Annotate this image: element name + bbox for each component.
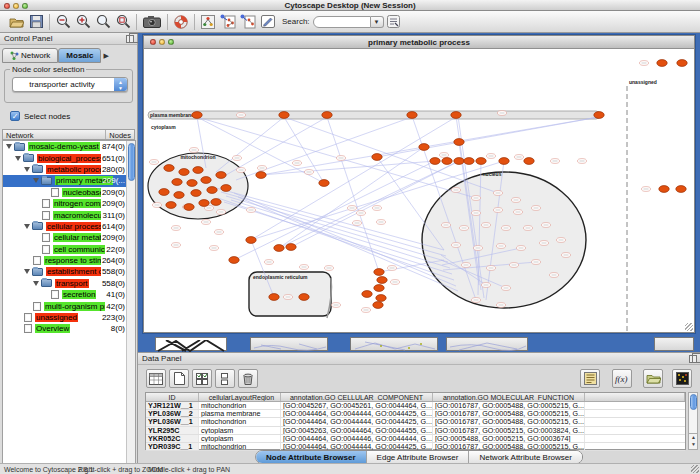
table-cell[interactable]: [GO:0044464, GO:0044444, GO:0044425, G..… <box>281 418 433 425</box>
graph-node-selected[interactable] <box>362 291 372 298</box>
zoom-in-icon[interactable] <box>73 13 93 31</box>
graph-node-selected[interactable] <box>464 158 474 165</box>
vizmapper-icon[interactable] <box>198 13 218 31</box>
graph-node-selected[interactable] <box>499 158 509 165</box>
tree-row[interactable]: secretion41(0) <box>3 289 127 300</box>
tree-row[interactable]: Overview8(0) <box>3 323 127 334</box>
table-cell[interactable]: [GO:0045267, GO:0045261, GO:0044464, G..… <box>281 402 433 409</box>
background-window[interactable] <box>654 337 694 351</box>
graph-node-selected[interactable] <box>442 158 452 165</box>
tree-row[interactable]: cell communicat22(0) <box>3 244 127 255</box>
attribute-table-icon[interactable] <box>146 369 166 388</box>
graph-node-selected[interactable] <box>256 172 266 179</box>
table-cell[interactable]: cytoplasm <box>199 427 281 434</box>
background-window[interactable] <box>155 337 227 351</box>
graph-node-selected[interactable] <box>184 204 194 211</box>
tree-row[interactable]: establishment of lo558(0) <box>3 266 127 277</box>
graph-node-selected[interactable] <box>319 180 329 187</box>
data-panel-float-icon[interactable] <box>689 355 697 363</box>
graph-node-selected[interactable] <box>657 60 667 67</box>
graph-edge[interactable] <box>284 117 324 183</box>
table-cell[interactable]: YPL036W__2 <box>146 410 199 417</box>
table-cell[interactable]: mitochondrion <box>199 402 281 409</box>
graph-node-selected[interactable] <box>166 202 176 209</box>
graph-node-selected[interactable] <box>476 158 486 165</box>
graph-node-selected[interactable] <box>374 285 384 292</box>
graph-node-selected[interactable] <box>192 112 202 119</box>
table-cell[interactable]: YJR121W__1 <box>146 402 199 409</box>
select-nodes-checkbox[interactable]: ✓ <box>10 111 20 121</box>
graph-node-selected[interactable] <box>279 112 289 119</box>
graph-node-selected[interactable] <box>594 112 604 119</box>
tree-row[interactable]: multi-organism pro42(0) <box>3 300 127 311</box>
table-cell[interactable]: [GO:0044464, GO:0044446, GO:0044444, G..… <box>281 435 433 442</box>
graph-edge[interactable] <box>231 200 450 268</box>
graph-node-selected[interactable] <box>269 294 279 301</box>
tab-edge-attribute-browser[interactable]: Edge Attribute Browser <box>367 451 470 463</box>
table-row[interactable]: YLR295Ccytoplasm[GO:0045263, GO:0044464,… <box>146 427 685 435</box>
tree-row[interactable]: unassigned223(0) <box>3 312 127 323</box>
expand-arrow-icon[interactable] <box>33 178 39 183</box>
graph-node-selected[interactable] <box>286 244 296 251</box>
table-cell[interactable]: cytoplasm <box>199 435 281 442</box>
graph-node-selected[interactable] <box>372 154 382 161</box>
tree-row[interactable]: biological_process651(0) <box>3 152 127 163</box>
column-header[interactable]: annotation.GO MOLECULAR_FUNCTION <box>433 393 585 401</box>
graph-node-selected[interactable] <box>677 60 687 67</box>
expand-arrow-icon[interactable] <box>15 156 21 161</box>
table-cell[interactable]: [GO:0044464, GO:0044444, GO:0044425, G..… <box>281 410 433 417</box>
expand-arrow-icon[interactable] <box>33 281 39 286</box>
background-window[interactable] <box>446 337 528 351</box>
snapshot-icon[interactable] <box>140 13 164 31</box>
search-options-icon[interactable] <box>384 13 404 31</box>
graph-node-selected[interactable] <box>199 200 209 207</box>
graph-node-selected[interactable] <box>419 144 429 151</box>
tab-network[interactable]: Network <box>2 48 58 63</box>
table-row[interactable]: YJR121W__1mitochondrion[GO:0045267, GO:0… <box>146 402 685 410</box>
zoom-out-icon[interactable] <box>53 13 73 31</box>
annotation-icon[interactable] <box>258 13 278 31</box>
column-header[interactable]: ID <box>146 393 199 401</box>
graph-node-selected[interactable] <box>216 172 226 179</box>
open-icon[interactable] <box>6 13 26 31</box>
graph-node-selected[interactable] <box>174 192 184 199</box>
network-window-title-bar[interactable]: primary metabolic process <box>144 36 694 49</box>
tab-network-attribute-browser[interactable]: Network Attribute Browser <box>469 451 581 463</box>
tree-row[interactable]: macromolecule311(0) <box>3 209 127 220</box>
graph-node-selected[interactable] <box>164 165 174 172</box>
table-cell[interactable]: [GO:0045263, GO:0044464, GO:0044455, G..… <box>281 427 433 434</box>
graph-node-selected[interactable] <box>179 169 189 176</box>
label-icon[interactable] <box>580 369 600 388</box>
tree-row[interactable]: nucleobase-209(0) <box>3 187 127 198</box>
column-header[interactable]: _cellularLayoutRegion <box>199 393 281 401</box>
tree-row[interactable]: transport558(0) <box>3 278 127 289</box>
delete-attribute-icon[interactable] <box>238 369 258 388</box>
tree-scrollbar[interactable] <box>126 141 135 474</box>
unselect-attributes-icon[interactable] <box>215 369 235 388</box>
formula-icon[interactable]: f(x) <box>612 369 632 388</box>
graph-node-selected[interactable] <box>376 295 386 302</box>
graph-node-selected[interactable] <box>246 237 256 244</box>
table-cell[interactable]: YLR295C <box>146 427 199 434</box>
graph-node-selected[interactable] <box>187 180 197 187</box>
save-icon[interactable] <box>26 13 46 31</box>
graph-node-selected[interactable] <box>451 112 461 119</box>
background-window[interactable] <box>350 337 438 351</box>
table-cell[interactable]: [GO:0016787, GO:0005488, GO:0005215, G..… <box>433 418 585 425</box>
table-cell[interactable]: [GO:0005488, GO:0005215, GO:0003674] <box>433 435 585 442</box>
help-icon[interactable] <box>171 13 191 31</box>
import-network-icon[interactable] <box>218 13 238 31</box>
expand-arrow-icon[interactable] <box>24 167 30 172</box>
tree-row[interactable]: metabolic process280(0) <box>3 164 127 175</box>
search-dropdown-arrow[interactable]: ▼ <box>371 16 384 28</box>
graph-node-selected[interactable] <box>430 158 440 165</box>
graph-node-selected[interactable] <box>201 177 211 184</box>
tree-row[interactable]: mosaic-demo-yeast874(0) <box>3 141 127 152</box>
graph-node-selected[interactable] <box>374 269 384 276</box>
table-cell[interactable]: plasma membrane <box>199 410 281 417</box>
scrollbar-arrows-icon[interactable]: ▲▼ <box>689 433 698 449</box>
graph-node-selected[interactable] <box>207 187 217 194</box>
tree-header-nodes[interactable]: Nodes <box>106 130 134 139</box>
import-attributes-icon[interactable] <box>643 369 663 388</box>
expand-arrow-icon[interactable] <box>6 144 12 149</box>
